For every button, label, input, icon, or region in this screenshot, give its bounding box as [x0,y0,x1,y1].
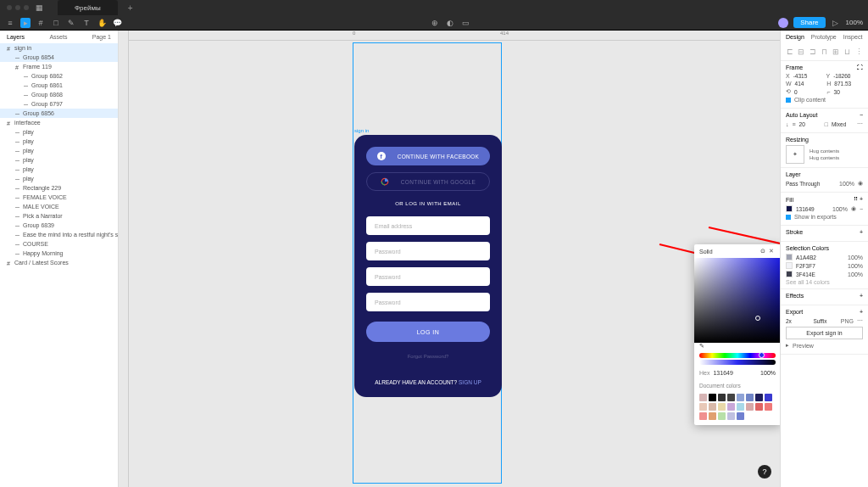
avatar[interactable] [778,18,788,28]
color-picker[interactable]: Solid ⊙ ✕ ✎ Hex 131649 100% Document col… [694,244,780,425]
swatch[interactable] [755,403,763,411]
fill-opacity[interactable]: 100% [832,206,848,212]
export-scale[interactable]: 2x [786,318,810,324]
w-input[interactable]: 414 [795,81,824,87]
pen-tool-icon[interactable]: ✎ [66,18,76,28]
continue-google-button[interactable]: CONTINUE WITH GOOGLE [366,172,490,191]
assets-tab[interactable]: Assets [49,34,67,40]
password-input-1[interactable]: Password [366,242,490,260]
add-export-icon[interactable]: + [860,309,863,315]
layer-item[interactable]: ─Group 6797 [0,99,118,109]
style-icon[interactable]: ⠿ [854,196,858,202]
help-button[interactable]: ? [758,465,771,479]
selcolor-hex[interactable]: A1A4B2 [796,255,844,260]
layer-item[interactable]: ─Group 6868 [0,90,118,99]
close-icon[interactable]: ✕ [769,248,776,255]
layers-tab[interactable]: Layers [7,34,25,40]
color-field[interactable] [694,258,780,343]
color-cursor[interactable] [755,316,760,321]
layer-item[interactable]: ─Group 6862 [0,71,118,81]
shape-tool-icon[interactable]: □ [51,18,61,28]
forgot-password-link[interactable]: Forgot Password? [366,354,490,359]
swatch[interactable] [699,403,707,411]
design-tab[interactable]: Design [786,34,804,40]
swatch[interactable] [709,403,716,411]
layer-item[interactable]: ─FEMALE VOICE [0,193,118,202]
layer-item[interactable]: ─Group 6839 [0,221,118,230]
padding-input[interactable]: Mixed [832,121,854,127]
export-more-icon[interactable]: ⋯ [857,317,863,324]
color-mode[interactable]: Solid [699,249,713,255]
move-tool-icon[interactable]: ▸ [20,18,31,28]
swatch[interactable] [746,394,754,401]
swatch[interactable] [765,403,772,411]
layer-item[interactable]: ─play [0,127,118,137]
file-tab[interactable]: Фреймы [58,0,118,15]
signup-link[interactable]: SIGN UP [459,379,481,385]
selcolor-swatch[interactable] [786,254,793,260]
autolayout-more-icon[interactable]: ⋯ [857,120,863,127]
align-bottom-icon[interactable]: ⊔ [843,47,852,57]
export-button[interactable]: Export sign in [786,327,863,339]
swatch[interactable] [709,412,716,420]
swatch[interactable] [755,394,763,401]
layer-item[interactable]: ─Group 6861 [0,81,118,90]
layer-item[interactable]: ─play [0,155,118,165]
add-fill-icon[interactable]: + [860,196,863,202]
selcolor-swatch[interactable] [786,271,793,277]
swatch[interactable] [727,403,735,411]
align-icon[interactable]: ⊕ [430,18,440,28]
layer-item[interactable]: #sign in [0,43,118,53]
layer-item[interactable]: ─Group 6856 [0,109,118,118]
selcolor-opacity[interactable]: 100% [848,271,863,277]
zoom-level[interactable]: 100% [846,19,863,26]
layer-item[interactable]: ─Rectangle 229 [0,183,118,193]
layer-item[interactable]: ─Pick a Narrator [0,211,118,221]
selcolor-hex[interactable]: 3F414E [796,271,844,277]
fill-visibility-icon[interactable]: ◉ [851,205,856,212]
mobile-frame[interactable]: fCONTINUE WITH FACEBOOK CONTINUE WITH GO… [354,135,502,397]
swatch[interactable] [737,394,744,401]
opacity-input[interactable]: 100% [760,370,776,376]
layer-item[interactable]: ─play [0,174,118,183]
selcolor-opacity[interactable]: 100% [848,255,863,260]
shade-slider[interactable] [699,360,776,365]
canvas[interactable]: 0 414 sign in 870.64 fCONTINUE WITH FACE… [119,31,780,487]
remove-fill-icon[interactable]: − [860,206,863,212]
h-resize[interactable]: Hug contents [810,148,839,154]
preview-toggle[interactable]: Preview [793,343,814,349]
swatch[interactable] [718,394,726,401]
swatch[interactable] [765,394,772,401]
frame-tool-icon[interactable]: # [36,18,46,28]
distribute-icon[interactable]: ⋮ [854,47,863,57]
blend-icon[interactable]: ⊙ [760,248,765,255]
align-right-icon[interactable]: ⊐ [809,47,817,57]
text-tool-icon[interactable]: T [81,18,92,28]
swatch[interactable] [727,412,735,420]
present-icon[interactable]: ▷ [831,18,841,28]
radius-input[interactable]: 30 [834,89,863,95]
page-selector[interactable]: Page 1 [92,34,111,40]
hue-slider[interactable] [699,353,776,358]
v-resize[interactable]: Hug contents [810,155,839,160]
continue-facebook-button[interactable]: fCONTINUE WITH FACEBOOK [366,147,490,165]
layer-item[interactable]: ─Group 6854 [0,53,118,62]
swatch[interactable] [737,403,744,411]
gap-input[interactable]: 20 [799,121,821,127]
direction-icon[interactable]: ↓ [786,121,789,127]
clip-checkbox[interactable] [786,98,791,103]
share-button[interactable]: Share [793,17,825,28]
layer-item[interactable]: ─COURSE [0,239,118,249]
fill-swatch[interactable] [786,205,793,212]
layer-item[interactable]: #interfacee [0,118,118,127]
password-input-2[interactable]: Password [366,267,490,286]
show-exports-checkbox[interactable] [786,215,791,220]
x-input[interactable]: -4315 [793,73,823,79]
prototype-tab[interactable]: Prototype [811,34,837,40]
swatch[interactable] [699,394,707,401]
remove-autolayout-icon[interactable]: − [860,112,863,118]
swatch[interactable] [746,403,754,411]
inspect-tab[interactable]: Inspect [843,34,863,40]
layer-item[interactable]: ─Happy Morning [0,249,118,258]
align-vcenter-icon[interactable]: ⊞ [832,47,840,57]
